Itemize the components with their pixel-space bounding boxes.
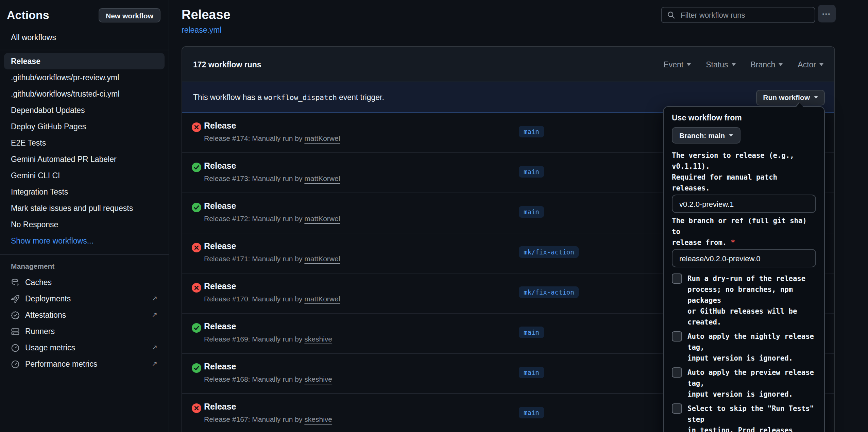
run-title[interactable]: Release (204, 322, 236, 331)
run-title[interactable]: Release (204, 161, 236, 171)
filter-dropdown-branch[interactable]: Branch (750, 60, 783, 68)
sidebar-item-workflow-0[interactable]: Release (4, 53, 164, 69)
run-description: Release #170: Manually run by mattKorwel (204, 295, 340, 303)
sidebar-item-management-4[interactable]: Usage metrics ↗ (4, 339, 164, 356)
filter-workflow-runs-input[interactable] (679, 10, 809, 20)
new-workflow-button[interactable]: New workflow (99, 8, 160, 22)
sidebar-item-workflow-7[interactable]: Gemini CLI CI (4, 167, 164, 184)
sidebar-item-management-5[interactable]: Performance metrics ↗ (4, 356, 164, 372)
sidebar-header: Actions New workflow (0, 0, 168, 22)
run-title[interactable]: Release (204, 242, 236, 251)
rocket-icon (11, 294, 20, 303)
checkbox-label: Select to skip the "Run Tests" step in t… (687, 403, 816, 432)
workflow-options-kebab-button[interactable]: ⋯ (818, 5, 835, 22)
checkbox[interactable] (672, 273, 682, 284)
meter-icon (11, 360, 20, 368)
sidebar-item-workflow-4[interactable]: Deploy GitHub Pages (4, 118, 164, 135)
branch-badge[interactable]: main (519, 367, 544, 378)
filter-label: Branch (750, 60, 775, 68)
sidebar-item-management-0[interactable]: Caches (4, 274, 164, 290)
sidebar-item-workflow-10[interactable]: No Response (4, 216, 164, 233)
failed-status-icon (192, 283, 201, 293)
run-title[interactable]: Release (204, 201, 236, 211)
management-heading: Management (0, 262, 168, 270)
workflow-list: Release.github/workflows/pr-review.yml.g… (0, 53, 168, 249)
chevron-down-icon (687, 63, 691, 66)
workflow-title: Release (182, 7, 231, 22)
sidebar-item-management-3[interactable]: Runners (4, 323, 164, 339)
filter-dropdown-event[interactable]: Event (663, 60, 691, 68)
actor-link[interactable]: mattKorwel (304, 295, 340, 303)
popover-checkbox-row-1: Auto apply the nightly release tag, inpu… (672, 331, 816, 363)
actor-link[interactable]: mattKorwel (304, 214, 340, 222)
filter-dropdown-actor[interactable]: Actor (798, 60, 823, 68)
chevron-down-icon (814, 96, 818, 99)
run-description: Release #173: Manually run by mattKorwel (204, 174, 340, 182)
chevron-down-icon (729, 134, 733, 137)
external-link-icon: ↗ (152, 361, 157, 367)
sidebar-item-workflow-2[interactable]: .github/workflows/trusted-ci.yml (4, 86, 164, 102)
branch-badge[interactable]: mk/fix-action (519, 246, 579, 258)
management-item-label: Caches (25, 278, 52, 286)
filter-label: Actor (798, 60, 816, 68)
sidebar-item-all-workflows[interactable]: All workflows (4, 31, 164, 44)
checkbox-label: Run a dry-run of the release process; no… (687, 273, 816, 327)
run-title[interactable]: Release (204, 402, 236, 412)
branch-badge[interactable]: main (519, 206, 544, 218)
banner-text-after: event trigger. (339, 93, 384, 101)
actor-link[interactable]: mattKorwel (304, 174, 340, 182)
external-link-icon: ↗ (152, 344, 157, 351)
management-list: Caches Deployments ↗ Attestations ↗ Runn… (0, 274, 168, 372)
chevron-down-icon (779, 63, 783, 66)
branch-selector-button[interactable]: Branch: main (672, 127, 741, 144)
version-input-label: The version to release (e.g., v0.1.11). … (672, 150, 816, 193)
sidebar-item-workflow-5[interactable]: E2E Tests (4, 135, 164, 151)
sidebar-item-management-2[interactable]: Attestations ↗ (4, 307, 164, 323)
sidebar: Actions New workflow All workflows Relea… (0, 0, 169, 432)
run-workflow-dropdown-button[interactable]: Run workflow (756, 89, 825, 105)
chevron-down-icon (731, 63, 735, 66)
success-status-icon (192, 323, 201, 333)
management-item-label: Deployments (25, 295, 71, 303)
page-title: Actions (7, 9, 49, 22)
filter-workflow-runs-box[interactable] (661, 7, 815, 23)
filter-dropdown-status[interactable]: Status (706, 60, 735, 68)
actor-link[interactable]: skeshive (304, 415, 332, 423)
sidebar-item-workflow-8[interactable]: Integration Tests (4, 184, 164, 200)
workflow-file-link[interactable]: release.yml (182, 26, 222, 34)
run-description: Release #169: Manually run by skeshive (204, 335, 332, 343)
version-input[interactable] (672, 195, 816, 213)
runs-panel-header: 172 workflow runs Event Status Branch Ac… (182, 47, 834, 82)
branch-badge[interactable]: main (519, 327, 544, 338)
banner-code: workflow_dispatch (264, 93, 337, 101)
sidebar-item-workflow-3[interactable]: Dependabot Updates (4, 102, 164, 118)
run-title[interactable]: Release (204, 121, 236, 131)
sidebar-item-workflow-6[interactable]: Gemini Automated PR Labeler (4, 151, 164, 167)
sidebar-item-workflow-1[interactable]: .github/workflows/pr-review.yml (4, 69, 164, 86)
branch-badge[interactable]: main (519, 407, 544, 418)
run-title[interactable]: Release (204, 282, 236, 291)
branch-badge[interactable]: main (519, 166, 544, 178)
run-description: Release #171: Manually run by mattKorwel (204, 254, 340, 263)
management-item-label: Attestations (25, 311, 66, 319)
actor-link[interactable]: skeshive (304, 335, 332, 343)
actor-link[interactable]: mattKorwel (304, 254, 340, 263)
workflow-dispatch-banner-text: This workflow has aworkflow_dispatcheven… (193, 93, 384, 101)
server-icon (11, 327, 20, 336)
ref-input[interactable] (672, 249, 816, 267)
run-description: Release #167: Manually run by skeshive (204, 415, 332, 423)
sidebar-item-workflow-11[interactable]: Show more workflows... (4, 233, 164, 249)
sidebar-item-management-1[interactable]: Deployments ↗ (4, 290, 164, 307)
filter-label: Event (663, 60, 683, 68)
checkbox[interactable] (672, 331, 682, 342)
sidebar-item-workflow-9[interactable]: Mark stale issues and pull requests (4, 200, 164, 216)
branch-selector-label: Branch: main (679, 131, 725, 139)
failed-status-icon (192, 122, 201, 132)
checkbox[interactable] (672, 403, 682, 414)
branch-badge[interactable]: main (519, 126, 544, 137)
actor-link[interactable]: mattKorwel (304, 134, 340, 142)
run-title[interactable]: Release (204, 362, 236, 371)
actor-link[interactable]: skeshive (304, 375, 332, 383)
checkbox[interactable] (672, 367, 682, 378)
branch-badge[interactable]: mk/fix-action (519, 286, 579, 298)
